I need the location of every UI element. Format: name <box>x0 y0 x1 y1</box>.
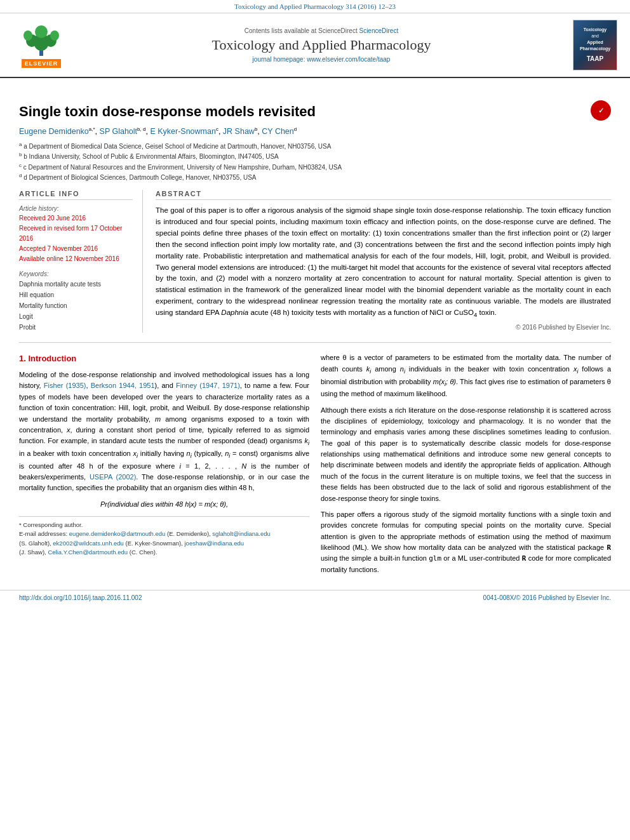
abstract-text: The goal of this paper is to offer a rig… <box>156 205 611 319</box>
article-info-header: ARTICLE INFO <box>19 190 133 200</box>
sciencedirect-anchor[interactable]: ScienceDirect <box>359 27 398 34</box>
journal-reference-bar: Toxicology and Applied Pharmacology 314 … <box>0 0 630 13</box>
right-para-1: where θ is a vector of parameters to be … <box>321 352 611 399</box>
elsevier-wordmark: ELSEVIER <box>22 59 62 68</box>
doi-link[interactable]: http://dx.doi.org/10.1016/j.taap.2016.11… <box>19 594 142 601</box>
keywords-label: Keywords: <box>19 270 133 277</box>
content-area: Single toxin dose-response models revisi… <box>0 78 630 590</box>
article-info-abstract: ARTICLE INFO Article history: Received 2… <box>19 190 611 333</box>
homepage-link[interactable]: www.elsevier.com/locate/taap <box>307 56 390 63</box>
ref-usepa[interactable]: USEPA (2002) <box>90 473 136 481</box>
email-chen[interactable]: Celia.Y.Chen@dartmouth.edu <box>48 549 128 556</box>
email-demidenko[interactable]: eugene.demidenko@dartmouth.edu <box>69 530 166 537</box>
body-columns: 1. Introduction Modeling of the dose-res… <box>19 352 611 580</box>
body-right-column: where θ is a vector of parameters to be … <box>321 352 611 580</box>
journal-title-area: Contents lists available at ScienceDirec… <box>70 27 573 63</box>
author-chen: CY Chen <box>262 127 294 136</box>
article-history-label: Article history: <box>19 205 133 212</box>
svg-point-4 <box>23 30 32 41</box>
affiliation-c: c c Department of Natural Resources and … <box>19 162 611 172</box>
section-divider <box>19 342 611 343</box>
affiliation-b: b b Indiana University, School of Public… <box>19 151 611 161</box>
affiliations: a a Department of Biomedical Data Scienc… <box>19 141 611 182</box>
journal-name: Toxicology and Applied Pharmacology <box>70 37 573 53</box>
ref-berkson[interactable]: Berkson 1944, 1951 <box>91 382 155 389</box>
elsevier-logo: ELSEVIER <box>13 23 70 68</box>
keyword-5: Probit <box>19 322 133 333</box>
affiliation-a: a a Department of Biomedical Data Scienc… <box>19 141 611 151</box>
footnote-area: * Corresponding author. E-mail addresses… <box>19 516 309 557</box>
copyright-notice: © 2016 Published by Elsevier Inc. <box>156 324 611 331</box>
journal-header: ELSEVIER Contents lists available at Sci… <box>0 13 630 78</box>
date-online: Available online 12 November 2016 <box>19 254 133 264</box>
crossmark-badge: ✓ <box>591 100 611 121</box>
email-note: E-mail addresses: eugene.demidenko@dartm… <box>19 530 309 557</box>
right-para-2: Although there exists a rich literature … <box>321 405 611 504</box>
date-received: Received 20 June 2016 <box>19 213 133 223</box>
journal-cover-image: Toxicology and Applied Pharmacology TAAP <box>573 20 617 70</box>
svg-point-6 <box>35 25 48 38</box>
keyword-4: Logit <box>19 311 133 322</box>
affiliation-d: d d Department of Biological Sciences, D… <box>19 172 611 182</box>
corresponding-author-note: * Corresponding author. <box>19 521 309 530</box>
date-accepted: Accepted 7 November 2016 <box>19 244 133 254</box>
issn-text: 0041-008X/© 2016 Published by Elsevier I… <box>483 594 611 601</box>
intro-section-title: 1. Introduction <box>19 352 309 366</box>
article-title: Single toxin dose-response models revisi… <box>19 103 584 120</box>
abstract-panel: ABSTRACT The goal of this paper is to of… <box>156 190 611 333</box>
journal-homepage: journal homepage: www.elsevier.com/locat… <box>70 56 573 63</box>
date-revised: Received in revised form 17 October 2016 <box>19 223 133 244</box>
author-shaw: JR Shaw <box>223 127 255 136</box>
keywords-list: Daphnia mortality acute tests Hill equat… <box>19 279 133 333</box>
body-left-column: 1. Introduction Modeling of the dose-res… <box>19 352 309 580</box>
intro-para-1: Modeling of the dose-response relationsh… <box>19 370 309 494</box>
page: Toxicology and Applied Pharmacology 314 … <box>0 0 630 840</box>
sciencedirect-link: Contents lists available at ScienceDirec… <box>70 27 573 34</box>
email-glaholt[interactable]: sglaholt@indiana.edu <box>212 530 271 537</box>
elsevier-tree-icon <box>19 23 64 58</box>
ref-finney[interactable]: Finney (1947, 1971) <box>176 382 240 389</box>
right-para-3: This paper offers a rigorous study of th… <box>321 509 611 575</box>
keyword-3: Mortality function <box>19 300 133 311</box>
article-info-panel: ARTICLE INFO Article history: Received 2… <box>19 190 143 333</box>
authors-line: Eugene Demidenkoa,*, SP Glaholtb, d, E K… <box>19 126 611 136</box>
bottom-bar: http://dx.doi.org/10.1016/j.taap.2016.11… <box>0 590 630 605</box>
email-kyker[interactable]: ek2002@wildcats.unh.edu <box>53 540 124 547</box>
author-demidenko: Eugene Demidenko <box>19 127 89 136</box>
abstract-header: ABSTRACT <box>156 190 611 200</box>
ref-fisher[interactable]: Fisher (1935) <box>44 382 86 389</box>
svg-point-5 <box>50 30 59 41</box>
intro-equation: Pr(individual dies within 48 h|x) = m(x;… <box>19 499 309 510</box>
journal-reference-text: Toxicology and Applied Pharmacology 314 … <box>234 3 396 10</box>
author-glaholt: SP Glaholt <box>100 127 138 136</box>
keyword-1: Daphnia mortality acute tests <box>19 279 133 290</box>
article-dates: Received 20 June 2016 Received in revise… <box>19 213 133 264</box>
keyword-2: Hill equation <box>19 290 133 300</box>
email-shaw[interactable]: joeshaw@indiana.edu <box>184 540 244 547</box>
author-kyker-snowman: E Kyker-Snowman <box>150 127 216 136</box>
